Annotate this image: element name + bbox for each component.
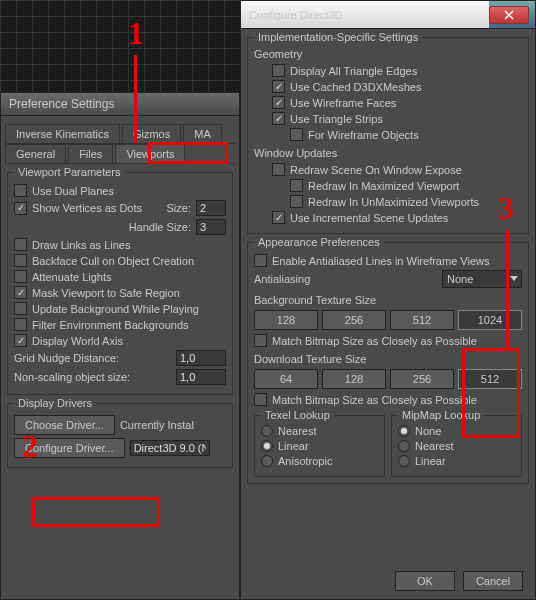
lbl-redraw-max: Redraw In Maximized Viewport: [308, 180, 522, 192]
configure-direct3d-dialog: Configure Direct3D Implementation-Specif…: [240, 0, 536, 600]
dl-size-128[interactable]: 128: [322, 369, 386, 389]
tab-ma[interactable]: MA: [183, 124, 222, 143]
chk-update-bg[interactable]: [14, 302, 27, 315]
lbl-enable-aa: Enable Antialiased Lines in Wireframe Vi…: [272, 255, 522, 267]
rad-mip-none[interactable]: [398, 425, 410, 437]
group-title: Implementation-Specific Settings: [254, 31, 422, 43]
size-label: Size:: [167, 202, 191, 214]
chk-backface[interactable]: [14, 254, 27, 267]
lbl-nearest: Nearest: [415, 440, 454, 452]
chk-use-tristrips[interactable]: [272, 112, 285, 125]
implementation-settings-group: Implementation-Specific Settings Geometr…: [247, 37, 529, 234]
preference-settings-window: Preference Settings Inverse Kinematics G…: [0, 92, 240, 600]
geometry-label: Geometry: [254, 48, 522, 60]
lbl-redraw-unmax: Redraw In UnMaximized Viewports: [308, 196, 522, 208]
rad-texel-nearest[interactable]: [261, 425, 273, 437]
currently-installed-label: Currently Instal: [120, 419, 194, 431]
close-button[interactable]: [489, 6, 529, 24]
chk-display-edges[interactable]: [272, 64, 285, 77]
lbl-attenuate: Attenuate Lights: [32, 271, 226, 283]
rad-mip-linear[interactable]: [398, 455, 410, 467]
dl-size-64[interactable]: 64: [254, 369, 318, 389]
bg-tex-label: Background Texture Size: [254, 294, 522, 306]
dl-size-512[interactable]: 512: [458, 369, 522, 389]
lbl-display-world: Display World Axis: [32, 335, 226, 347]
bg-size-128[interactable]: 128: [254, 310, 318, 330]
lbl-dual-planes: Use Dual Planes: [32, 185, 226, 197]
lbl-display-edges: Display All Triangle Edges: [290, 65, 522, 77]
size-input[interactable]: [196, 200, 226, 216]
aa-value: None: [447, 273, 473, 285]
chk-show-vertices[interactable]: [14, 202, 27, 215]
chk-for-wireframe[interactable]: [290, 128, 303, 141]
chk-match-bg[interactable]: [254, 334, 267, 347]
chk-redraw-expose[interactable]: [272, 163, 285, 176]
rad-texel-aniso[interactable]: [261, 455, 273, 467]
bg-size-1024[interactable]: 1024: [458, 310, 522, 330]
chk-display-world[interactable]: [14, 334, 27, 347]
grid-nudge-label: Grid Nudge Distance:: [14, 352, 171, 364]
bg-size-256[interactable]: 256: [322, 310, 386, 330]
aa-select[interactable]: None: [442, 270, 522, 288]
lbl-none: None: [415, 425, 441, 437]
group-title: Display Drivers: [14, 397, 96, 409]
dl-size-buttons: 64 128 256 512: [254, 369, 522, 389]
chk-redraw-unmax[interactable]: [290, 195, 303, 208]
group-title: Appearance Preferences: [254, 236, 384, 248]
lbl-filter-env: Filter Environment Backgrounds: [32, 319, 226, 331]
tab-gizmos[interactable]: Gizmos: [122, 124, 181, 143]
bg-size-512[interactable]: 512: [390, 310, 454, 330]
lbl-mask-vp: Mask Viewport to Safe Region: [32, 287, 226, 299]
window-updates-label: Window Updates: [254, 147, 522, 159]
current-driver-field: [130, 440, 210, 456]
tab-general[interactable]: General: [5, 144, 66, 163]
chk-use-wireframe[interactable]: [272, 96, 285, 109]
chk-attenuate[interactable]: [14, 270, 27, 283]
lbl-match-bg: Match Bitmap Size as Closely as Possible: [272, 335, 522, 347]
lbl-for-wireframe: For Wireframe Objects: [308, 129, 522, 141]
chevron-down-icon: [510, 276, 518, 282]
grid-nudge-input[interactable]: [176, 350, 226, 366]
chk-incremental[interactable]: [272, 211, 285, 224]
handle-size-input[interactable]: [196, 219, 226, 235]
rad-texel-linear[interactable]: [261, 440, 273, 452]
ok-button[interactable]: OK: [395, 571, 455, 591]
lbl-nearest: Nearest: [278, 425, 317, 437]
chk-filter-env[interactable]: [14, 318, 27, 331]
aa-label: Antialiasing: [254, 273, 437, 285]
dl-tex-label: Download Texture Size: [254, 353, 522, 365]
viewport-parameters-group: Viewport Parameters Use Dual Planes Show…: [7, 172, 233, 395]
lbl-aniso: Anisotropic: [278, 455, 332, 467]
group-title: Texel Lookup: [261, 409, 334, 421]
lbl-use-cached: Use Cached D3DXMeshes: [290, 81, 522, 93]
configure-driver-button[interactable]: Configure Driver...: [14, 438, 125, 458]
lbl-incremental: Use Incremental Scene Updates: [290, 212, 522, 224]
handle-size-label: Handle Size:: [129, 221, 191, 233]
rad-mip-nearest[interactable]: [398, 440, 410, 452]
chk-draw-links[interactable]: [14, 238, 27, 251]
mipmap-lookup-group: MipMap Lookup None Nearest Linear: [391, 415, 522, 477]
tab-files[interactable]: Files: [68, 144, 113, 163]
choose-driver-button[interactable]: Choose Driver...: [14, 415, 115, 435]
chk-dual-planes[interactable]: [14, 184, 27, 197]
tab-inverse-kinematics[interactable]: Inverse Kinematics: [5, 124, 120, 143]
bg-size-buttons: 128 256 512 1024: [254, 310, 522, 330]
display-drivers-group: Display Drivers Choose Driver... Current…: [7, 403, 233, 468]
chk-mask-vp[interactable]: [14, 286, 27, 299]
lbl-backface: Backface Cull on Object Creation: [32, 255, 226, 267]
chk-match-dl[interactable]: [254, 393, 267, 406]
close-icon: [504, 10, 514, 20]
lbl-update-bg: Update Background While Playing: [32, 303, 226, 315]
cancel-button[interactable]: Cancel: [463, 571, 523, 591]
appearance-preferences-group: Appearance Preferences Enable Antialiase…: [247, 242, 529, 484]
tab-viewports[interactable]: Viewports: [115, 144, 185, 163]
lbl-redraw-expose: Redraw Scene On Window Expose: [290, 164, 522, 176]
dl-size-256[interactable]: 256: [390, 369, 454, 389]
chk-redraw-max[interactable]: [290, 179, 303, 192]
lbl-linear: Linear: [278, 440, 309, 452]
nonscale-label: Non-scaling object size:: [14, 371, 171, 383]
nonscale-input[interactable]: [176, 369, 226, 385]
chk-enable-aa[interactable]: [254, 254, 267, 267]
chk-use-cached[interactable]: [272, 80, 285, 93]
d3d-title: Configure Direct3D: [249, 9, 343, 21]
